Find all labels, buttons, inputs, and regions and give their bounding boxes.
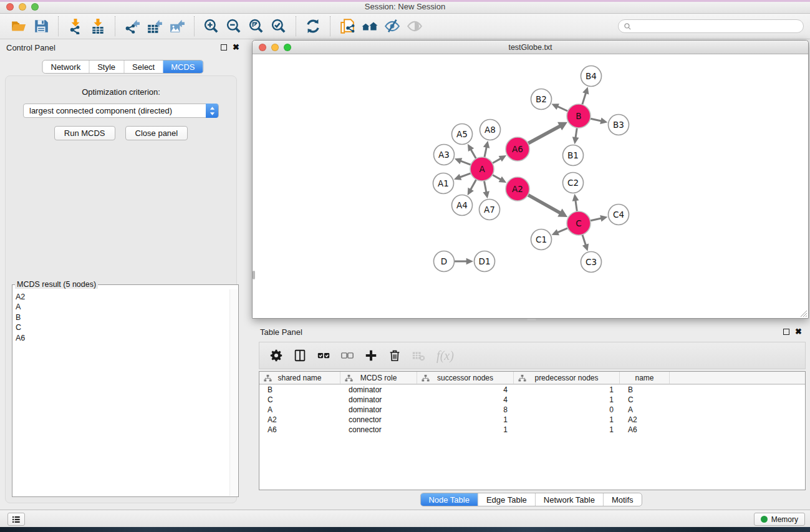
graph-edge-C-C2[interactable]	[576, 200, 577, 211]
home-restore-button[interactable]	[359, 16, 381, 36]
graph-edge-arrow	[466, 258, 473, 265]
memory-status-icon	[761, 516, 768, 523]
hide-eye-button[interactable]	[381, 16, 403, 36]
export-table-button[interactable]	[143, 16, 166, 36]
table-tab-network-table[interactable]: Network Table	[535, 493, 603, 506]
run-mcds-button[interactable]: Run MCDS	[54, 126, 115, 140]
table-row[interactable]: Adominator80A	[259, 405, 805, 415]
add-column-button[interactable]	[360, 346, 382, 365]
show-column-button[interactable]	[289, 346, 311, 365]
column-header-successor-nodes[interactable]: successor nodes	[417, 372, 514, 384]
result-item[interactable]: A2	[16, 292, 229, 302]
mcds-result-list[interactable]: A2ABCA6	[13, 289, 229, 496]
result-item[interactable]: A6	[16, 333, 229, 343]
zoom-out-button[interactable]	[223, 16, 245, 36]
export-network-button[interactable]	[121, 16, 143, 36]
graph-edge-A-A7[interactable]	[485, 181, 487, 193]
titlebar: Session: New Session	[0, 0, 810, 14]
import-table-button[interactable]	[87, 16, 109, 36]
resize-grip-icon[interactable]	[799, 309, 808, 317]
vertical-scroll-thumb[interactable]	[253, 271, 255, 279]
save-session-button[interactable]	[30, 16, 52, 36]
table-settings-gear-button[interactable]	[266, 346, 287, 365]
zoom-in-button[interactable]	[200, 16, 223, 36]
refresh-layout-button[interactable]	[302, 16, 324, 36]
graph-edge-A-A4[interactable]	[470, 180, 476, 190]
result-item[interactable]: A	[16, 302, 229, 312]
table-row[interactable]: A2connector11A2	[259, 415, 805, 425]
tab-style[interactable]: Style	[89, 60, 123, 73]
graph-edge-B-B3[interactable]	[591, 118, 602, 121]
graph-edge-A-A8[interactable]	[485, 147, 487, 157]
close-panel-button[interactable]: Close panel	[125, 126, 188, 140]
network-window-titlebar[interactable]: testGlobe.txt	[253, 41, 808, 54]
column-header-MCDS-role[interactable]: MCDS role	[340, 372, 417, 384]
float-panel-icon[interactable]	[221, 44, 227, 51]
table-row[interactable]: Bdominator41B	[259, 385, 805, 395]
mcds-result-box: MCDS result (5 nodes) A2ABCA6	[12, 284, 239, 497]
table-cell: 0	[514, 405, 620, 414]
tab-network[interactable]: Network	[42, 60, 89, 73]
zoom-fit-button[interactable]	[245, 16, 268, 36]
graph-edge-A-A3[interactable]	[460, 161, 471, 165]
open-session-button[interactable]	[7, 16, 30, 36]
graph-edge-arrow	[483, 191, 489, 198]
deselect-all-checkbox-button[interactable]	[337, 346, 358, 365]
graph-edge-A2-C[interactable]	[528, 195, 561, 214]
graph-edge-C-C3[interactable]	[582, 235, 586, 246]
optimization-criterion-label: Optimization criterion:	[6, 87, 236, 97]
table-cell: 1	[514, 425, 620, 434]
search-icon	[624, 22, 632, 31]
tab-mcds[interactable]: MCDS	[163, 60, 203, 73]
zoom-selected-button[interactable]	[268, 16, 290, 36]
status-bar: Memory	[0, 510, 810, 527]
delete-column-button[interactable]	[384, 346, 405, 365]
graph-edge-A-A2[interactable]	[493, 175, 501, 180]
result-item[interactable]: B	[16, 312, 229, 322]
function-builder-button[interactable]: f(x)	[432, 346, 459, 365]
export-image-button[interactable]	[166, 16, 188, 36]
search-box[interactable]	[618, 19, 804, 33]
graph-edge-B-B1[interactable]	[576, 128, 577, 138]
graph-edge-A6-B[interactable]	[528, 125, 561, 143]
graph-edge-B-B2[interactable]	[557, 106, 567, 111]
criterion-select[interactable]: largest connected component (directed)	[23, 104, 219, 118]
memory-button[interactable]: Memory	[754, 513, 805, 526]
graph-node-label: A8	[485, 125, 496, 135]
tab-select[interactable]: Select	[123, 60, 163, 73]
horizontal-scroll-thumb[interactable]	[527, 319, 536, 321]
table-tab-node-table[interactable]: Node Table	[420, 493, 478, 506]
session-title: Session: New Session	[0, 2, 810, 11]
table-row[interactable]: A6connector11A6	[259, 425, 805, 435]
delete-table-button[interactable]	[408, 346, 429, 365]
network-canvas[interactable]: B4B2BB3A5A8A6A3B1AA1C2A2A4A7C4CC1DD1C3	[253, 55, 808, 318]
graph-edge-A-A6[interactable]	[493, 158, 501, 163]
table-panel: Table Panel ✖ f(x) shared nameMCDS roles…	[252, 324, 810, 509]
result-item[interactable]: C	[16, 322, 229, 332]
search-input[interactable]	[635, 21, 798, 31]
graph-edge-A-A5[interactable]	[471, 149, 476, 158]
table-tab-edge-table[interactable]: Edge Table	[478, 493, 535, 506]
copy-network-doc-button[interactable]	[336, 16, 359, 36]
task-history-button[interactable]	[7, 513, 25, 526]
table-cell: connector	[340, 425, 417, 434]
close-panel-icon[interactable]: ✖	[233, 44, 239, 51]
column-header-shared-name[interactable]: shared name	[259, 372, 340, 384]
table-float-icon[interactable]	[783, 329, 789, 335]
import-network-button[interactable]	[64, 16, 87, 36]
column-header-predecessor-nodes[interactable]: predecessor nodes	[514, 372, 620, 384]
copy-network-doc-icon	[339, 18, 355, 34]
show-eye-button[interactable]	[403, 16, 426, 36]
table-cell: A	[620, 405, 670, 414]
graph-edge-A-A1[interactable]	[460, 173, 471, 178]
table-row[interactable]: Cdominator41C	[259, 395, 805, 405]
graph-edge-C-C4[interactable]	[591, 218, 602, 221]
graph-node-label: B3	[613, 120, 624, 130]
table-tab-motifs[interactable]: Motifs	[603, 493, 642, 506]
graph-edge-B-B4[interactable]	[582, 92, 586, 104]
column-header-name[interactable]: name	[620, 372, 670, 384]
graph-edge-C-C1[interactable]	[557, 228, 567, 233]
table-close-icon[interactable]: ✖	[795, 329, 802, 335]
result-scrollbar[interactable]	[229, 289, 238, 496]
select-all-checkbox-button[interactable]	[313, 346, 334, 365]
